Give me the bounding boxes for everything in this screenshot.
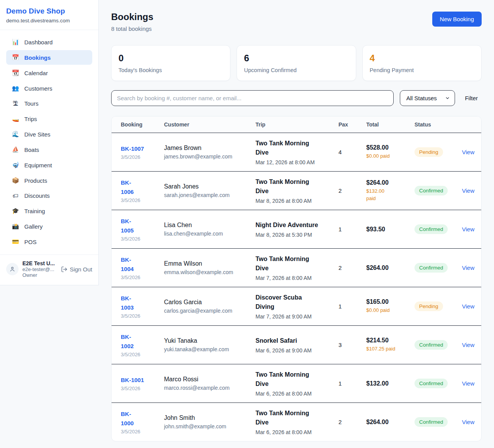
booking-id-link[interactable]: BK- 1003 xyxy=(121,294,134,312)
sidebar-item-bookings[interactable]: 📅 Bookings xyxy=(6,50,92,65)
status-filter-value: All Statuses xyxy=(406,95,437,101)
sidebar-item-tours[interactable]: 🏝 Tours xyxy=(6,96,92,111)
stat-label: Upcoming Confirmed xyxy=(244,67,349,73)
booking-id-link[interactable]: BK- 1002 xyxy=(121,332,134,350)
shop-name: Demo Dive Shop xyxy=(6,7,92,15)
discounts-icon: 🏷 xyxy=(12,192,19,199)
view-link[interactable]: View xyxy=(462,264,474,271)
trips-icon: 🚤 xyxy=(12,115,19,122)
table-body: BK-1007 3/5/2026 James Brown james.brown… xyxy=(112,133,481,441)
user-email: e2e-tester@... xyxy=(22,266,57,272)
sidebar-item-label: Products xyxy=(24,177,47,184)
trip-name: Two Tank Morning Dive xyxy=(255,177,338,196)
booking-id-link[interactable]: BK- 1000 xyxy=(121,409,134,428)
customer-name: James Brown xyxy=(164,145,255,152)
booking-created-date: 3/5/2026 xyxy=(121,429,164,435)
customer-email: yuki.tanaka@example.com xyxy=(164,346,255,352)
bookings-icon: 📅 xyxy=(12,54,19,61)
filter-button[interactable]: Filter xyxy=(461,92,482,104)
booking-id-link[interactable]: BK- 1004 xyxy=(121,255,134,273)
stat-value: 4 xyxy=(370,53,474,64)
customer-name: Emma Wilson xyxy=(164,260,255,267)
paid-amount: $132.00 paid xyxy=(366,188,414,202)
view-link[interactable]: View xyxy=(462,226,474,232)
booking-id-link[interactable]: BK- 1006 xyxy=(121,178,134,196)
sidebar-item-equipment[interactable]: 🤿 Equipment xyxy=(6,158,92,172)
gallery-icon: 📸 xyxy=(12,223,19,230)
sidebar-item-trips[interactable]: 🚤 Trips xyxy=(6,111,92,126)
view-link[interactable]: View xyxy=(462,342,474,348)
trip-name: Two Tank Morning Dive xyxy=(255,139,338,157)
search-input[interactable] xyxy=(111,90,394,106)
sidebar-item-customers[interactable]: 👥 Customers xyxy=(6,81,92,96)
total-amount: $132.00 xyxy=(366,380,414,387)
sidebar-item-boats[interactable]: ⛵ Boats xyxy=(6,142,92,157)
new-booking-button[interactable]: New Booking xyxy=(432,12,482,27)
trip-name: Discover Scuba Diving xyxy=(255,293,338,312)
customer-name: Yuki Tanaka xyxy=(164,337,255,344)
trip-datetime: Mar 7, 2026 at 8:00 AM xyxy=(255,275,338,281)
user-name: E2E Test U... xyxy=(22,260,57,266)
paid-amount: $0.00 paid xyxy=(366,307,414,314)
status-badge: Confirmed xyxy=(414,186,448,195)
sidebar-item-calendar[interactable]: 📆 Calendar xyxy=(6,66,92,80)
sidebar-footer: E2E Test U... e2e-tester@... Owner Sign … xyxy=(0,254,98,285)
pax-count: 1 xyxy=(338,380,366,387)
booking-id-link[interactable]: BK- 1005 xyxy=(121,217,134,235)
table-row: BK- 1000 3/5/2026 John Smith john.smith@… xyxy=(112,403,481,441)
customer-name: Carlos Garcia xyxy=(164,299,255,306)
booking-id-link[interactable]: BK-1007 xyxy=(121,144,144,153)
status-badge: Confirmed xyxy=(414,263,448,273)
trip-datetime: Mar 8, 2026 at 5:30 PM xyxy=(255,232,338,238)
table-row: BK- 1003 3/5/2026 Carlos Garcia carlos.g… xyxy=(112,287,481,325)
user-icon xyxy=(9,266,15,272)
trip-name: Two Tank Morning Dive xyxy=(255,409,338,427)
status-filter-select[interactable]: All Statuses xyxy=(400,90,455,106)
dashboard-icon: 📊 xyxy=(12,39,19,45)
booking-created-date: 3/5/2026 xyxy=(121,197,164,203)
sidebar-item-label: Dashboard xyxy=(24,39,52,45)
view-link[interactable]: View xyxy=(462,380,474,387)
sidebar-item-products[interactable]: 📦 Products xyxy=(6,173,92,188)
booking-created-date: 3/5/2026 xyxy=(121,313,164,319)
view-link[interactable]: View xyxy=(462,187,474,194)
bookings-table: Booking Customer Trip Pax Total Status B… xyxy=(111,116,482,441)
view-link[interactable]: View xyxy=(462,149,474,155)
tours-icon: 🏝 xyxy=(12,100,19,107)
table-row: BK- 1002 3/5/2026 Yuki Tanaka yuki.tanak… xyxy=(112,325,481,364)
sidebar-item-pos[interactable]: 💳 POS xyxy=(6,234,92,249)
booking-id-link[interactable]: BK-1001 xyxy=(121,376,144,384)
stats-cards: 0 Today's Bookings 6 Upcoming Confirmed … xyxy=(111,45,482,81)
col-header-trip: Trip xyxy=(255,121,338,128)
table-row: BK-1001 3/5/2026 Marco Rossi marco.rossi… xyxy=(112,364,481,403)
sidebar-item-label: Trips xyxy=(24,116,37,122)
total-amount: $528.00 xyxy=(366,144,414,151)
sidebar-item-label: POS xyxy=(24,239,37,245)
sidebar-item-dashboard[interactable]: 📊 Dashboard xyxy=(6,35,92,49)
sidebar-item-gallery[interactable]: 📸 Gallery xyxy=(6,219,92,234)
sign-out-button[interactable]: Sign Out xyxy=(61,266,92,273)
avatar xyxy=(6,263,19,275)
sidebar-item-dive-sites[interactable]: 🌊 Dive Sites xyxy=(6,127,92,141)
trip-datetime: Mar 8, 2026 at 8:00 AM xyxy=(255,198,338,204)
table-row: BK-1007 3/5/2026 James Brown james.brown… xyxy=(112,133,481,171)
customer-email: john.smith@example.com xyxy=(164,423,255,429)
sidebar-item-training[interactable]: 🎓 Training xyxy=(6,204,92,218)
col-header-customer: Customer xyxy=(164,121,255,128)
view-link[interactable]: View xyxy=(462,303,474,310)
table-row: BK- 1006 3/5/2026 Sarah Jones sarah.jone… xyxy=(112,171,481,210)
view-link[interactable]: View xyxy=(462,419,474,425)
trip-name: Snorkel Safari xyxy=(255,336,338,345)
booking-created-date: 3/5/2026 xyxy=(121,154,164,160)
paid-amount: $0.00 paid xyxy=(366,153,414,160)
pax-count: 2 xyxy=(338,264,366,271)
sidebar-item-discounts[interactable]: 🏷 Discounts xyxy=(6,189,92,203)
stat-label: Pending Payment xyxy=(370,67,474,73)
status-badge: Confirmed xyxy=(414,224,448,234)
sidebar-item-label: Boats xyxy=(24,147,39,153)
page-title: Bookings xyxy=(111,12,153,22)
trip-name: Two Tank Morning Dive xyxy=(255,370,338,389)
total-amount: $165.00 xyxy=(366,298,414,305)
col-header-total: Total xyxy=(366,121,414,128)
customer-email: sarah.jones@example.com xyxy=(164,192,255,198)
